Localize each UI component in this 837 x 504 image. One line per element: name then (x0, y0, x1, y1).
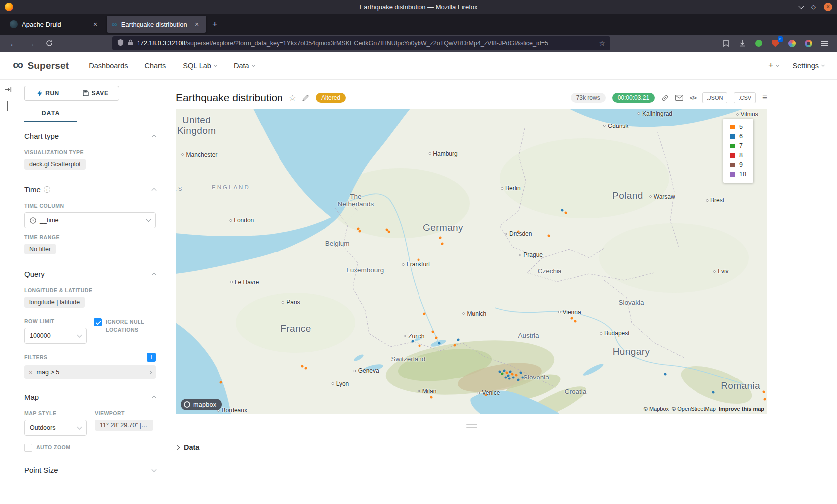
deckgl-map[interactable]: United KingdomKaliningradVilniusGdanskMa… (176, 109, 767, 414)
control-panel: RUN SAVE DATA Chart type VISUALIZATION T… (16, 80, 164, 504)
export-csv-button[interactable]: .CSV (734, 92, 756, 103)
data-panel-label: Data (184, 443, 199, 451)
library-icon[interactable] (721, 39, 730, 48)
row-limit-select[interactable]: 100000 (24, 328, 87, 344)
tab-label: Earthquake distribution (121, 21, 188, 28)
clock-icon (30, 217, 36, 224)
browser-tab-earthquake-distribution[interactable]: ∞ Earthquake distribution × (107, 16, 206, 33)
tab-data[interactable]: DATA (24, 107, 77, 122)
section-chart-type[interactable]: Chart type (24, 132, 156, 140)
earthquake-point (565, 211, 567, 214)
map-style-select[interactable]: Outdoors (24, 420, 87, 436)
profile-avatar-icon[interactable] (787, 39, 796, 48)
remove-filter-icon[interactable]: × (29, 369, 33, 376)
chevron-down-icon (821, 63, 825, 66)
altered-badge[interactable]: Altered (316, 93, 346, 103)
nav-item-charts[interactable]: Charts (145, 62, 166, 70)
earthquake-point (385, 228, 388, 231)
legend-label: 10 (739, 171, 746, 178)
viewport-value[interactable]: 11° 28' 29.70" | 50... (95, 420, 153, 431)
nav-item-label: SQL Lab (183, 62, 211, 70)
add-filter-button[interactable] (147, 353, 156, 362)
viz-type-value[interactable]: deck.gl Scatterplot (24, 159, 86, 170)
tab-close-icon[interactable]: × (91, 20, 100, 29)
section-query[interactable]: Query (24, 270, 156, 278)
url-bar[interactable]: 172.18.0.3:32108/superset/explore/?form_… (112, 36, 610, 50)
adblock-shield-icon[interactable]: 2 (771, 39, 780, 48)
ignore-null-checkbox[interactable] (94, 318, 102, 326)
datasource-grid-icon[interactable] (7, 102, 8, 111)
chevron-down-icon (776, 63, 779, 66)
nav-item-dashboards[interactable]: Dashboards (89, 62, 128, 70)
attribution-osm[interactable]: © OpenStreetMap (672, 406, 716, 412)
earthquake-point (515, 374, 517, 376)
lonlat-label: LONGITUDE & LATITUDE (24, 287, 156, 293)
tracking-shield-icon[interactable] (117, 39, 124, 48)
earthquake-point (435, 336, 438, 339)
data-results-toggle[interactable]: Data (176, 436, 767, 451)
edit-title-icon[interactable] (302, 95, 309, 101)
extension-pinwheel-icon[interactable] (804, 39, 813, 48)
chevron-down-icon (77, 333, 82, 338)
share-link-icon[interactable] (661, 94, 669, 102)
export-json-button[interactable]: .JSON (702, 92, 727, 103)
legend-item-8: 8 (730, 152, 746, 159)
tab-close-icon[interactable]: × (192, 20, 201, 29)
time-column-select[interactable]: __time (24, 212, 156, 228)
filters-label: FILTERS (24, 354, 47, 360)
nav-item-data[interactable]: Data (234, 62, 255, 70)
window-close-icon[interactable]: × (824, 3, 832, 11)
filter-chip[interactable]: × mag > 5 (24, 365, 156, 379)
forward-icon[interactable]: → (24, 37, 39, 50)
attribution-mapbox[interactable]: © Mapbox (644, 406, 669, 412)
earthquake-point (472, 313, 475, 316)
email-icon[interactable] (675, 95, 683, 101)
section-point-size[interactable]: Point Size (24, 466, 156, 474)
section-map[interactable]: Map (24, 393, 156, 401)
run-button[interactable]: RUN (24, 86, 72, 101)
earthquake-point (454, 344, 456, 347)
browser-toolbar: ← → 172.18.0.3:32108/superset/explore/?f… (0, 35, 837, 52)
new-chart-button[interactable] (768, 60, 779, 71)
resize-handle[interactable] (463, 424, 480, 428)
info-icon (44, 186, 50, 193)
embed-code-icon[interactable]: </> (690, 95, 696, 101)
earthquake-point (521, 377, 524, 379)
connection-lock-icon[interactable] (128, 39, 133, 48)
section-time[interactable]: Time (24, 185, 156, 194)
legend-label: 7 (739, 142, 743, 149)
browser-tab-apache-druid[interactable]: Apache Druid × (5, 16, 105, 33)
lonlat-value[interactable]: longitude | latitude (24, 297, 85, 308)
back-icon[interactable]: ← (6, 37, 21, 50)
time-range-label: TIME RANGE (24, 234, 156, 240)
window-minimize-icon[interactable] (798, 3, 804, 9)
save-button[interactable]: SAVE (72, 86, 119, 101)
earthquake-point (664, 373, 666, 375)
extension-badge: 2 (778, 36, 783, 42)
bookmark-star-icon[interactable]: ☆ (599, 39, 605, 47)
app-menu-icon[interactable] (820, 39, 829, 48)
favorite-star-icon[interactable]: ☆ (289, 93, 296, 103)
time-range-value[interactable]: No filter (24, 244, 56, 254)
earthquake-point (430, 396, 432, 399)
downloads-icon[interactable] (738, 39, 747, 48)
collapse-panel-icon[interactable] (4, 86, 12, 95)
attribution-improve-link[interactable]: Improve this map (719, 406, 764, 412)
reload-icon[interactable] (42, 37, 57, 50)
nav-item-sql-lab[interactable]: SQL Lab (183, 62, 217, 70)
earthquake-point (418, 344, 421, 347)
map-style-value: Outdoors (30, 424, 55, 431)
superset-brand[interactable]: ∞ Superset (13, 59, 69, 72)
settings-menu[interactable]: Settings (793, 62, 824, 70)
extension-green-icon[interactable] (754, 39, 763, 48)
window-maximize-icon[interactable]: ◇ (811, 4, 816, 10)
legend-swatch (730, 125, 735, 129)
legend-item-7: 7 (730, 142, 746, 149)
legend-label: 5 (739, 124, 743, 130)
new-tab-button[interactable] (207, 19, 223, 30)
chart-menu-icon[interactable]: ≡ (762, 93, 767, 103)
mapbox-logo[interactable]: mapbox (181, 399, 222, 410)
run-label: RUN (45, 90, 59, 97)
auto-zoom-checkbox[interactable] (24, 444, 32, 452)
earthquake-point (574, 320, 577, 322)
